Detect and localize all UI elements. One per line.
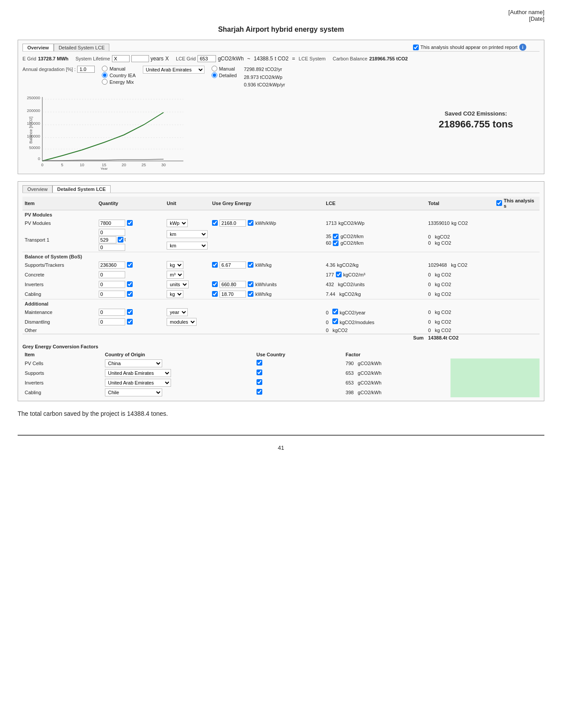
svg-text:25: 25 xyxy=(141,163,146,167)
transport1-grey-cell xyxy=(210,228,324,252)
svg-text:0: 0 xyxy=(38,157,40,161)
system-lifetime-x[interactable] xyxy=(112,55,130,62)
inverters-grey-unit: kWh/units xyxy=(255,282,276,287)
cabling-country-select[interactable]: Chile United Arab Emirates xyxy=(105,388,162,396)
concrete-lce-check[interactable] xyxy=(336,272,342,277)
lce-grid-label: LCE Grid xyxy=(176,56,196,61)
concrete-qty-input[interactable] xyxy=(99,271,125,278)
dismantling-qty-check[interactable] xyxy=(127,319,133,325)
transport1-qty-check[interactable] xyxy=(118,237,123,243)
radio-manual1[interactable] xyxy=(102,66,108,71)
table-row: Supports/Trackers kg xyxy=(22,260,540,270)
supports-grey-unit: kWh/kg xyxy=(255,262,272,268)
maintenance-unit-select[interactable]: year xyxy=(167,308,188,316)
dismantling-lce-check[interactable] xyxy=(332,318,338,324)
supports-qty-check[interactable] xyxy=(127,262,133,268)
analysis-table: Item Quantity Unit Use Grey Energy LCE T… xyxy=(22,197,540,341)
supports-use-country-check[interactable] xyxy=(257,370,262,375)
maintenance-qty-input[interactable] xyxy=(99,309,125,316)
country-select[interactable]: United Arab Emirates China Chile xyxy=(143,66,205,74)
maintenance-qty-check[interactable] xyxy=(127,309,133,315)
lce-grid-input[interactable] xyxy=(197,55,216,62)
transport1-qty-input[interactable] xyxy=(99,229,125,236)
transport1-qty2-input[interactable] xyxy=(99,236,116,243)
inverters-unit-select[interactable]: units xyxy=(167,280,189,288)
concrete-unit-select[interactable]: m³ xyxy=(167,271,184,279)
concrete-unit-cell: m³ xyxy=(164,270,210,280)
cabling-grey-check2[interactable] xyxy=(248,291,253,297)
system-lifetime-input[interactable] xyxy=(131,55,149,62)
inverters-qty-input[interactable] xyxy=(99,281,125,288)
maintenance-lce-unit: kgCO2/year xyxy=(340,310,366,315)
radio-manual2[interactable] xyxy=(212,66,217,71)
inverters-qty-check[interactable] xyxy=(127,281,133,287)
pv-modules-unit-select[interactable]: kWp xyxy=(167,219,188,227)
inverters-total-cell: 0 kg CO2 xyxy=(426,280,494,289)
cabling-qty-check[interactable] xyxy=(127,291,133,297)
supports-grey-check[interactable] xyxy=(212,262,218,268)
transport1-lce-cell: 35 gCO2/t/km 60 gCO2/t/km xyxy=(324,228,426,252)
pv-modules-grey-input[interactable] xyxy=(220,220,246,227)
inverters-grey-input[interactable] xyxy=(220,281,246,288)
other-quantity-cell xyxy=(97,327,165,334)
supports-grey-input[interactable] xyxy=(220,261,246,269)
top-row-1: E Grid 13728.7 MWh System Lifetime years… xyxy=(22,55,540,62)
pvcells-use-country-check[interactable] xyxy=(257,360,262,366)
supports-grey-check2[interactable] xyxy=(248,262,253,268)
cabling-factor-value: 398 xyxy=(346,390,354,395)
radio-manual2-item: Manual xyxy=(212,66,237,71)
tab-overview[interactable]: Overview xyxy=(22,44,54,51)
supports-unit-select[interactable]: kg xyxy=(167,261,183,269)
transport1-lce-check[interactable] xyxy=(333,234,339,239)
pv-modules-quantity-input[interactable] xyxy=(99,220,125,227)
inverters-factor-value: 653 xyxy=(346,380,354,385)
supports-country-select[interactable]: United Arab Emirates China xyxy=(105,369,171,377)
tab-bottom-overview[interactable]: Overview xyxy=(22,185,52,193)
radio-manual1-item: Manual xyxy=(102,66,135,71)
carbon-line1: 7298.892 tCO2/yr xyxy=(244,66,285,74)
print-checkbox[interactable] xyxy=(413,45,419,50)
radio-detailed[interactable] xyxy=(212,72,217,78)
dismantling-qty-input[interactable] xyxy=(99,318,125,325)
dismantling-lce-unit: kgCO2/modules xyxy=(340,320,375,325)
tab-detailed[interactable]: Detailed System LCE xyxy=(54,44,110,51)
pv-modules-lce-cell: 1713 kgCO2/kWp xyxy=(324,218,426,228)
maintenance-lce-check[interactable] xyxy=(332,309,338,314)
radio-country-iea[interactable] xyxy=(102,72,108,78)
carbon-values: 7298.892 tCO2/yr 28.973 tCO2/kWp 0.936 t… xyxy=(244,66,285,89)
cabling-qty-input[interactable] xyxy=(99,291,125,298)
transport2-unit-select[interactable]: km xyxy=(167,242,208,250)
info-button[interactable]: i xyxy=(519,44,526,51)
supports-qty-input[interactable] xyxy=(99,261,125,269)
pv-modules-grey-check[interactable] xyxy=(212,220,218,226)
inverters-grey-check[interactable] xyxy=(212,281,218,287)
carbon-balance-label: Carbon Balance xyxy=(333,56,368,61)
transport2-qty-input[interactable] xyxy=(99,244,125,251)
inverters-grey-cell: kWh/units xyxy=(210,280,324,289)
tab-bottom-detailed[interactable]: Detailed System LCE xyxy=(52,185,111,193)
dismantling-unit-select[interactable]: modules xyxy=(167,318,197,326)
pv-modules-grey-check2[interactable] xyxy=(248,220,253,226)
concrete-label: Concrete xyxy=(22,270,97,280)
cabling-use-country-check[interactable] xyxy=(257,389,262,395)
pv-modules-section-label: PV Modules xyxy=(22,210,540,218)
inverters-use-country-check[interactable] xyxy=(257,379,262,385)
cabling-grey-input[interactable] xyxy=(220,291,246,298)
annual-deg-input[interactable] xyxy=(77,66,95,73)
transport1-unit-select[interactable]: km xyxy=(167,230,208,238)
table-row: Transport 1 t xyxy=(22,228,540,252)
cabling-unit-select[interactable]: kg xyxy=(167,290,183,298)
transport2-lce-check[interactable] xyxy=(333,240,339,246)
table-row: Inverters units xyxy=(22,280,540,289)
cabling-grey-check[interactable] xyxy=(212,291,218,297)
cabling-grey-cell: kWh/kg xyxy=(210,289,324,299)
maintenance-unit-cell: year xyxy=(164,307,210,317)
pvcells-country-select[interactable]: China United Arab Emirates xyxy=(105,359,162,367)
pvcells-factor-value: 790 xyxy=(346,361,354,366)
pv-modules-qty-check[interactable] xyxy=(127,220,133,226)
other-label: Other xyxy=(22,327,97,334)
inverters-country-select[interactable]: United Arab Emirates China xyxy=(105,379,171,387)
radio-energy-mix[interactable] xyxy=(102,79,108,85)
inverters-grey-check2[interactable] xyxy=(248,281,253,287)
analysis-header-checkbox[interactable] xyxy=(496,200,502,206)
